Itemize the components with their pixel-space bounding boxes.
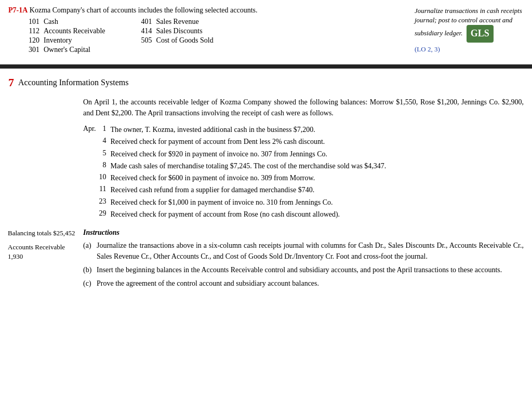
account-row: 301 Owner's Capital [24, 46, 105, 54]
trans-label [83, 149, 99, 161]
table-row: 8 Made cash sales of merchandise totalin… [83, 161, 386, 173]
instructions-title: Instructions [83, 229, 524, 237]
table-row: 23 Received check for $1,000 in payment … [83, 197, 386, 209]
sidebar-accounts: Accounts Receivable 1,930 [8, 243, 81, 261]
chapter-header: 7 Accounting Information Systems [0, 69, 532, 92]
acct-num: 301 [24, 46, 39, 54]
trans-num: 29 [99, 209, 111, 221]
trans-num: 11 [99, 185, 111, 197]
acct-num: 112 [24, 27, 39, 35]
acct-name: Cash [44, 18, 58, 26]
table-row: 11 Received cash refund from a supplier … [83, 185, 386, 197]
main-content: On April 1, the accounts receivable ledg… [0, 92, 532, 297]
left-sidebar: Balancing totals $25,452 Accounts Receiv… [8, 229, 81, 261]
accounts-receivable-value: 1,930 [8, 252, 81, 261]
table-row: 4 Received check for payment of account … [83, 137, 386, 149]
instruction-c: (c) Prove the agreement of the control a… [83, 278, 524, 289]
transactions-section: Apr. 1 The owner, T. Kozma, invested add… [83, 125, 524, 221]
acct-num: 414 [137, 27, 152, 35]
acct-name: Accounts Receivable [44, 27, 105, 35]
chapter-number: 7 [8, 76, 14, 89]
account-row: 401 Sales Revenue [137, 18, 214, 26]
transaction-list: Apr. 1 The owner, T. Kozma, invested add… [83, 125, 386, 221]
trans-label [83, 137, 99, 149]
trans-num: 10 [99, 173, 111, 185]
trans-text: Received cash refund from a supplier for… [111, 185, 387, 197]
account-row: 414 Sales Discounts [137, 27, 214, 35]
acct-name: Inventory [44, 36, 72, 45]
divider [0, 64, 532, 69]
inst-letter-c: (c) [83, 278, 94, 289]
instruction-b: (b) Insert the beginning balances in the… [83, 264, 524, 275]
balancing-totals: Balancing totals $25,452 [8, 229, 81, 238]
trans-num: 8 [99, 161, 111, 173]
trans-num: 4 [99, 137, 111, 149]
trans-text: Received check for $1,000 in payment of … [111, 197, 387, 209]
inst-text-a: Journalize the transactions above in a s… [97, 240, 524, 262]
trans-label [83, 173, 99, 185]
acct-name: Sales Discounts [156, 27, 203, 35]
acct-num: 401 [137, 18, 152, 26]
accounts-right-col: 401 Sales Revenue 414 Sales Discounts 50… [137, 18, 214, 54]
problem-header: P7-1A Kozma Company's chart of accounts … [8, 6, 524, 54]
problem-statement: P7-1A Kozma Company's chart of accounts … [8, 6, 409, 15]
acct-num: 101 [24, 18, 39, 26]
trans-text: The owner, T. Kozma, invested additional… [111, 125, 387, 137]
account-row: 505 Cost of Goods Sold [137, 36, 214, 45]
table-row: 29 Received check for payment of account… [83, 209, 386, 221]
trans-label [83, 161, 99, 173]
problem-title: Kozma Company's chart of accounts includ… [30, 6, 258, 14]
instruction-a: (a) Journalize the transactions above in… [83, 240, 524, 262]
accounts-receivable-label: Accounts Receivable [8, 243, 81, 252]
trans-num: 1 [99, 125, 111, 137]
table-row: 10 Received check for $600 in payment of… [83, 173, 386, 185]
accounts-grid: 101 Cash 112 Accounts Receivable 120 Inv… [24, 18, 409, 54]
trans-text: Received check for payment of account fr… [111, 209, 387, 221]
acct-name: Owner's Capital [44, 46, 90, 54]
trans-label [83, 197, 99, 209]
account-row: 112 Accounts Receivable [24, 27, 105, 35]
trans-text: Received check for payment of account fr… [111, 137, 387, 149]
acct-num: 120 [24, 36, 39, 45]
trans-label [83, 185, 99, 197]
trans-num: 5 [99, 149, 111, 161]
trans-text: Received check for $600 in payment of in… [111, 173, 387, 185]
inst-letter-b: (b) [83, 264, 94, 275]
table-row: 5 Received check for $920 in payment of … [83, 149, 386, 161]
gls-badge: GLS [467, 25, 494, 42]
accounts-left-col: 101 Cash 112 Accounts Receivable 120 Inv… [24, 18, 105, 54]
acct-name: Cost of Goods Sold [156, 36, 214, 45]
inst-text-c: Prove the agreement of the control accou… [97, 278, 524, 289]
trans-label [83, 209, 99, 221]
trans-text: Received check for $920 in payment of in… [111, 149, 387, 161]
inst-letter-a: (a) [83, 240, 94, 251]
lo-text: (LO 2, 3) [415, 45, 524, 54]
top-section: P7-1A Kozma Company's chart of accounts … [0, 0, 532, 59]
problem-left: P7-1A Kozma Company's chart of accounts … [8, 6, 409, 54]
acct-name: Sales Revenue [156, 18, 199, 26]
account-row: 120 Inventory [24, 36, 105, 45]
trans-num: 23 [99, 197, 111, 209]
chapter-title: Accounting Information Systems [18, 78, 128, 87]
problem-id: P7-1A [8, 6, 28, 14]
trans-text: Made cash sales of merchandise totaling … [111, 161, 387, 173]
table-row: Apr. 1 The owner, T. Kozma, invested add… [83, 125, 386, 137]
trans-label: Apr. [83, 125, 99, 137]
inst-text-b: Insert the beginning balances in the Acc… [97, 264, 524, 275]
problem-right-sidebar: Journalize transactions in cash receipts… [409, 6, 524, 54]
acct-num: 505 [137, 36, 152, 45]
account-row: 101 Cash [24, 18, 105, 26]
intro-paragraph: On April 1, the accounts receivable ledg… [83, 97, 524, 118]
instructions-section: Balancing totals $25,452 Accounts Receiv… [83, 229, 524, 289]
